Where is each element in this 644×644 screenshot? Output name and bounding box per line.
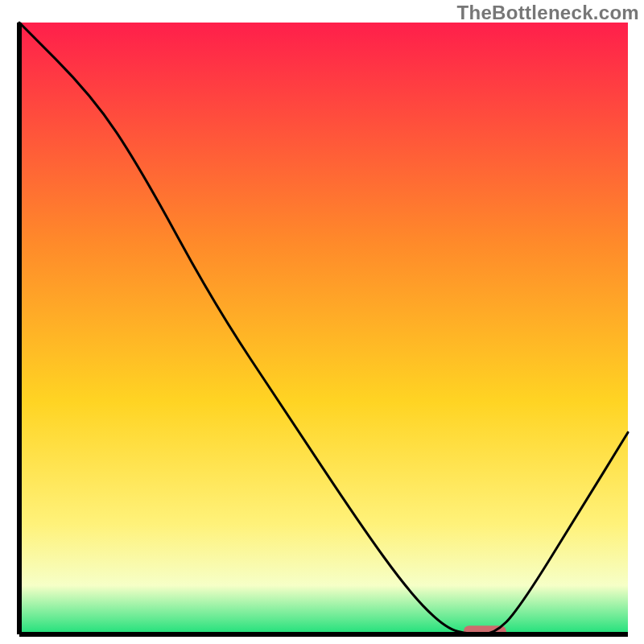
- plot-background: [19, 23, 628, 634]
- chart-svg: [0, 0, 644, 644]
- watermark-text: TheBottleneck.com: [457, 2, 639, 24]
- bottleneck-chart: TheBottleneck.com: [0, 0, 644, 644]
